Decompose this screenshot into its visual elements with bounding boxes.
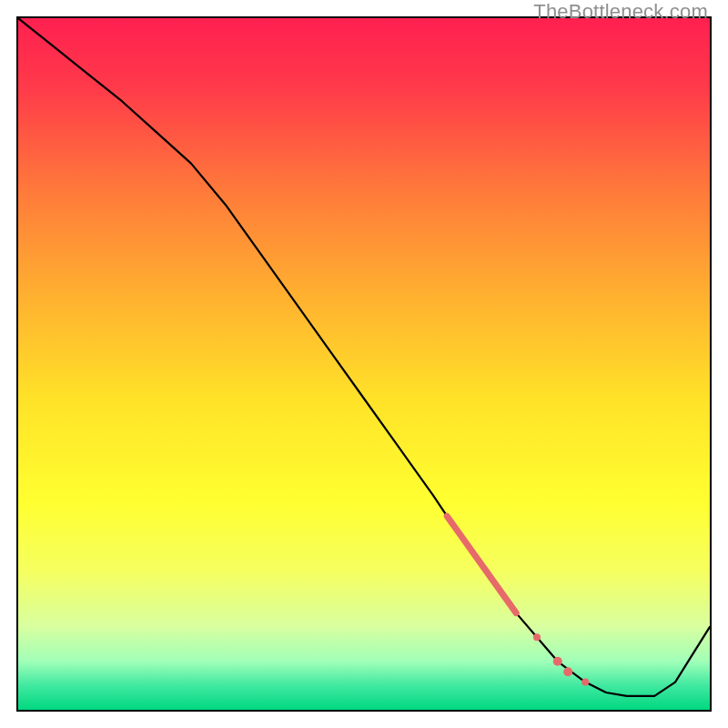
marker-dot [533,633,541,641]
plot-area [16,16,712,712]
marker-dot [563,667,572,676]
chart-lines [18,18,710,710]
chart-frame: TheBottleneck.com [0,0,728,728]
watermark-label: TheBottleneck.com [533,0,708,24]
series-highlight-segment [447,516,516,612]
series-curve [18,18,710,696]
marker-dot [581,679,589,686]
marker-dot [553,657,562,666]
